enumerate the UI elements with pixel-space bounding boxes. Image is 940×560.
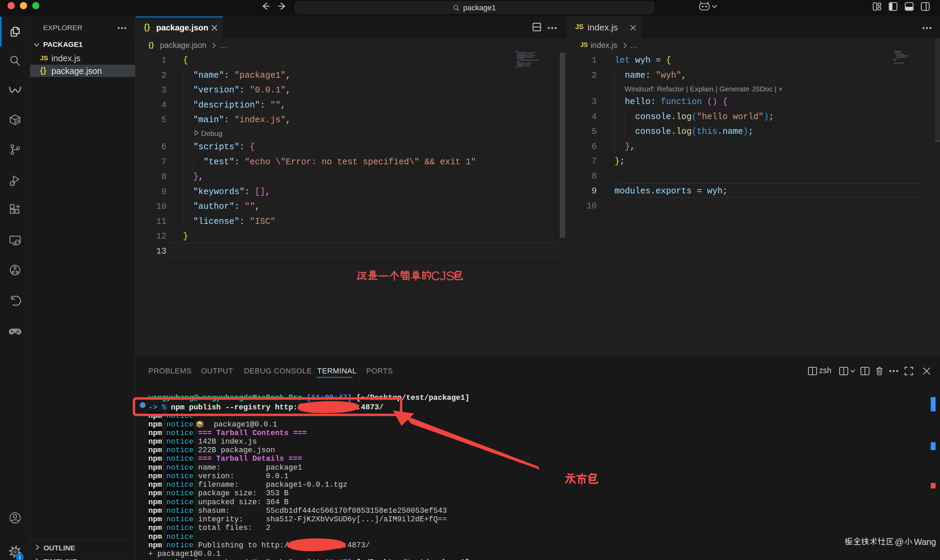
svg-text:Wang: Wang	[914, 537, 936, 547]
svg-text:@: @	[895, 537, 904, 547]
svg-text:CJS: CJS	[431, 269, 454, 283]
